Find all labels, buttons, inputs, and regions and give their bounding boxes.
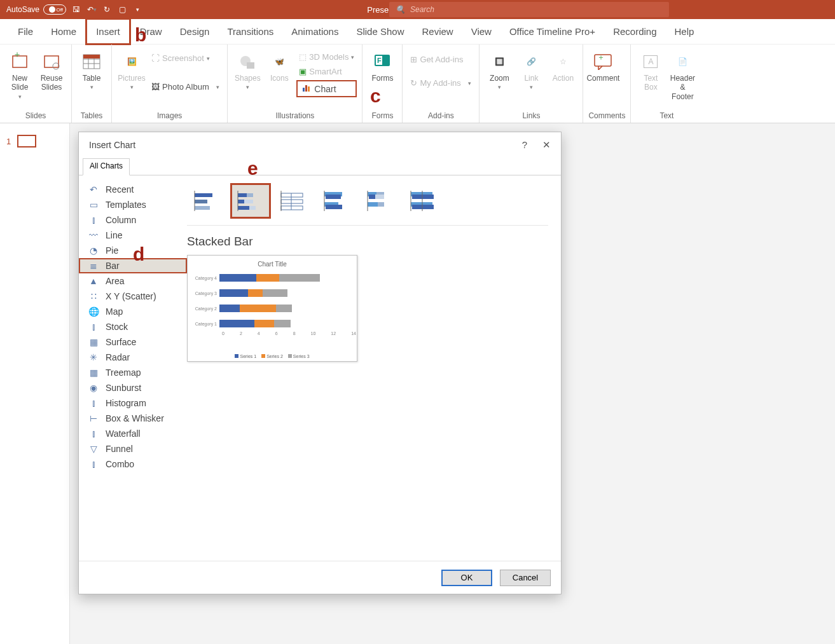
category-icon: ▲ bbox=[88, 276, 99, 286]
3d-models-button[interactable]: ⬚3D Models▾ bbox=[296, 51, 357, 63]
bar-subtype-2[interactable] bbox=[273, 183, 314, 219]
bar-subtype-3[interactable] bbox=[317, 183, 357, 219]
close-icon[interactable]: ✕ bbox=[542, 139, 551, 151]
category-map[interactable]: 🌐Map bbox=[79, 304, 187, 319]
svg-text:＋: ＋ bbox=[597, 53, 605, 62]
category-treemap[interactable]: ▦Treemap bbox=[79, 365, 187, 380]
chart-legend: Series 1Series 2Series 3 bbox=[188, 354, 357, 359]
category-histogram[interactable]: ⫿Histogram bbox=[79, 395, 187, 411]
tab-review[interactable]: Review bbox=[413, 20, 462, 43]
bar-subtype-5[interactable] bbox=[403, 183, 444, 219]
slide-number: 1 bbox=[6, 137, 11, 146]
bar-subtype-0[interactable] bbox=[187, 183, 228, 219]
screenshot-icon: ⛶ bbox=[151, 53, 160, 63]
tab-recording[interactable]: Recording bbox=[604, 20, 665, 43]
chart-subtype-name: Stacked Bar bbox=[187, 226, 548, 255]
group-illustrations: Shapes▾ 🦋Icons ⬚3D Models▾ ▣SmartArt Cha… bbox=[228, 45, 362, 123]
svg-text:＋: ＋ bbox=[13, 52, 22, 59]
svg-rect-13 bbox=[305, 85, 307, 92]
ok-button[interactable]: OK bbox=[441, 570, 492, 586]
category-templates[interactable]: ▭Templates bbox=[79, 197, 187, 212]
tab-all-charts[interactable]: All Charts bbox=[83, 158, 130, 175]
tab-file[interactable]: File bbox=[9, 20, 42, 43]
qat-customize-icon[interactable]: ▾ bbox=[132, 4, 142, 15]
insert-chart-dialog: Insert Chart ? ✕ All Charts ↶Recent▭Temp… bbox=[78, 132, 562, 594]
svg-rect-33 bbox=[281, 206, 303, 210]
search-box[interactable]: 🔍 Search bbox=[389, 2, 669, 17]
tab-view[interactable]: View bbox=[462, 20, 500, 43]
category-combo[interactable]: ⫿Combo bbox=[79, 456, 187, 472]
category-icon: ▦ bbox=[88, 337, 99, 347]
category-icon: 🌐 bbox=[88, 306, 99, 317]
category-sunburst[interactable]: ◉Sunburst bbox=[79, 380, 187, 395]
category-icon: ≣ bbox=[88, 261, 99, 271]
group-slides: ＋New Slide▾ Reuse Slides Slides bbox=[0, 45, 72, 123]
chart-preview[interactable]: Chart Title Category 4Category 3Category… bbox=[187, 255, 357, 362]
my-addins-button[interactable]: ↻My Add-ins ▾ bbox=[408, 77, 474, 89]
tab-office-timeline-pro-[interactable]: Office Timeline Pro+ bbox=[500, 20, 604, 43]
action-button[interactable]: ☆Action bbox=[548, 50, 577, 83]
slide-thumbnail-1[interactable]: 1 bbox=[6, 135, 63, 147]
category-icon: ⫿ bbox=[88, 322, 99, 332]
shapes-button[interactable]: Shapes▾ bbox=[233, 50, 262, 91]
tab-slide-show[interactable]: Slide Show bbox=[347, 20, 413, 43]
category-surface[interactable]: ▦Surface bbox=[79, 334, 187, 350]
reuse-slides-button[interactable]: Reuse Slides bbox=[37, 50, 66, 92]
addins-icon: ↻ bbox=[410, 78, 417, 88]
table-button[interactable]: Table▾ bbox=[77, 50, 106, 91]
category-radar[interactable]: ✳Radar bbox=[79, 350, 187, 365]
title-bar: AutoSave Off 🖫 ↶▾ ↻ ▢ ▾ Presentation1 - … bbox=[0, 0, 835, 19]
header-footer-button[interactable]: 📄Header & Footer bbox=[668, 50, 697, 101]
textbox-button[interactable]: AText Box bbox=[636, 50, 665, 92]
link-button[interactable]: 🔗Link▾ bbox=[516, 50, 546, 91]
svg-rect-9 bbox=[83, 55, 100, 58]
chart-button[interactable]: Chart bbox=[296, 80, 357, 97]
category-area[interactable]: ▲Area bbox=[79, 273, 187, 289]
svg-rect-26 bbox=[238, 200, 244, 203]
comment-button[interactable]: ＋Comment bbox=[588, 50, 618, 83]
category-waterfall[interactable]: ⫿Waterfall bbox=[79, 426, 187, 441]
bar-subtype-1[interactable] bbox=[230, 183, 271, 219]
smartart-button[interactable]: ▣SmartArt bbox=[296, 65, 357, 78]
tab-transitions[interactable]: Transitions bbox=[218, 20, 282, 43]
redo-icon[interactable]: ↻ bbox=[102, 4, 112, 15]
bar-subtype-4[interactable] bbox=[360, 183, 401, 219]
category-column[interactable]: ⫿Column bbox=[79, 212, 187, 228]
new-slide-button[interactable]: ＋New Slide▾ bbox=[5, 50, 34, 100]
zoom-button[interactable]: 🔲Zoom▾ bbox=[485, 50, 514, 91]
pictures-button[interactable]: 🖼️Pictures▾ bbox=[117, 50, 146, 91]
smartart-icon: ▣ bbox=[299, 67, 307, 76]
category-icon: ◔ bbox=[88, 245, 99, 256]
category-funnel[interactable]: ▽Funnel bbox=[79, 441, 187, 456]
tab-help[interactable]: Help bbox=[666, 20, 703, 43]
save-icon[interactable]: 🖫 bbox=[71, 4, 81, 15]
category-line[interactable]: 〰Line bbox=[79, 228, 187, 243]
svg-rect-39 bbox=[326, 205, 342, 209]
autosave-toggle[interactable]: AutoSave Off bbox=[6, 4, 66, 15]
svg-rect-46 bbox=[378, 202, 384, 207]
undo-icon[interactable]: ↶▾ bbox=[86, 4, 97, 15]
slide-thumbnail-panel: 1 bbox=[0, 123, 70, 644]
tab-home[interactable]: Home bbox=[42, 20, 85, 43]
get-addins-button[interactable]: ⊞Get Add-ins bbox=[408, 53, 474, 65]
tab-insert[interactable]: Insert bbox=[85, 18, 131, 45]
forms-button[interactable]: FForms bbox=[368, 50, 397, 83]
category-x-y-scatter-[interactable]: ∷X Y (Scatter) bbox=[79, 289, 187, 304]
category-stock[interactable]: ⫿Stock bbox=[79, 319, 187, 334]
help-icon[interactable]: ? bbox=[522, 139, 527, 151]
tab-animations[interactable]: Animations bbox=[282, 20, 347, 43]
category-recent[interactable]: ↶Recent bbox=[79, 182, 187, 197]
tab-design[interactable]: Design bbox=[171, 20, 219, 43]
cancel-button[interactable]: Cancel bbox=[500, 570, 551, 586]
group-tables: Table▾ Tables bbox=[72, 45, 112, 123]
category-icon: ⊢ bbox=[88, 413, 99, 423]
chart-category-list: ↶Recent▭Templates⫿Column〰Line◔Pie≣Bar▲Ar… bbox=[79, 175, 187, 561]
icons-button[interactable]: 🦋Icons bbox=[265, 50, 294, 83]
photo-album-button[interactable]: 🖼Photo Album ▾ bbox=[149, 81, 222, 93]
category-box-whisker[interactable]: ⊢Box & Whisker bbox=[79, 411, 187, 426]
slideshow-icon[interactable]: ▢ bbox=[117, 4, 127, 15]
category-icon: ↶ bbox=[88, 184, 99, 195]
svg-rect-27 bbox=[244, 200, 253, 203]
screenshot-button[interactable]: ⛶Screenshot▾ bbox=[149, 52, 222, 64]
chart-preview-title: Chart Title bbox=[194, 261, 350, 268]
